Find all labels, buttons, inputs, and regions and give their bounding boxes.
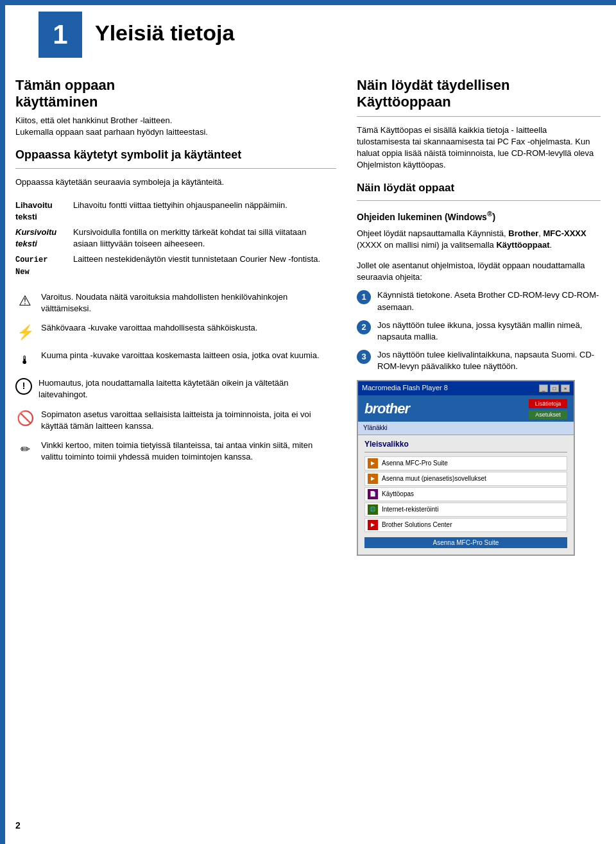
left-column: Tämän oppaankäyttäminen Kiitos, että ole…: [15, 77, 336, 556]
menu-item-label-2: Asenna muut (pienasetis)sovellukset: [382, 474, 486, 483]
section-subtitle-symbols: Oppaassa käytetyt symbolit ja käytänteet: [15, 147, 336, 163]
page-number: 2: [15, 820, 21, 832]
menu-item-3[interactable]: 📄 Käyttöopas: [364, 487, 567, 501]
section-symbols: Oppaassa käytetyt symbolit ja käytänteet…: [15, 147, 336, 280]
step-number-1: 1: [357, 290, 371, 304]
symbol-desc-courier: Laitteen nestekidenäytön viestit tunnist…: [73, 252, 336, 280]
symbol-label-italic: Kursivoituteksti: [15, 225, 73, 252]
titlebar-buttons: _ □ ×: [539, 384, 570, 392]
menu-icon-4: 🌐: [368, 504, 378, 515]
tip-pencil-icon: ✏: [15, 440, 35, 460]
warning-item-prohibited: 🚫 Sopimaton asetus varoittaa sellaisista…: [15, 409, 336, 432]
hot-triangle-icon: 🌡: [15, 350, 35, 370]
symbol-desc-bold: Lihavoitu fontti viittaa tiettyihin ohja…: [73, 198, 336, 225]
right-column: Näin löydät täydellisenKäyttöoppaan Tämä…: [357, 77, 601, 556]
right-divider-1: [357, 116, 601, 117]
right-divider-2: [357, 200, 601, 201]
chapter-block: 1: [38, 12, 82, 58]
asetukset-button[interactable]: Asetukset: [529, 410, 567, 419]
steps-list: 1 Käynnistä tietokone. Aseta Brother CD-…: [357, 289, 601, 372]
menu-item-label-4: Internet-rekisteröinti: [382, 505, 438, 514]
step-number-2: 2: [357, 320, 371, 334]
menu-icon-2: ▶: [368, 474, 378, 484]
menu-item-label-3: Käyttöopas: [382, 490, 414, 499]
warning-item-note: ! Huomautus, jota noudattamalla laitetta…: [15, 377, 336, 400]
menu-icon-1: ▶: [368, 458, 378, 469]
warning-text-note: Huomautus, jota noudattamalla laitetta k…: [38, 377, 336, 400]
section-find-manual: Näin löydät täydellisenKäyttöoppaan Tämä…: [357, 77, 601, 171]
right-intro-find-manual: Tämä Käyttöopas ei sisällä kaikkia tieto…: [357, 125, 601, 171]
note-circle-icon: !: [15, 378, 32, 395]
screenshot-titlebar: Macromedia Flash Player 8 _ □ ×: [358, 381, 574, 395]
table-row: Kursivoituteksti Kursivoidulla fontilla …: [15, 225, 336, 252]
menu-item-1[interactable]: ▶ Asenna MFC-Pro Suite: [364, 456, 567, 470]
screenshot-body: Yleisvalikko ▶ Asenna MFC-Pro Suite ▶ As…: [358, 435, 574, 555]
symbols-table: Lihavoituteksti Lihavoitu fontti viittaa…: [15, 198, 336, 280]
menu-icon-3: 📄: [368, 489, 378, 499]
screenshot-section-title: Yleisvalikko: [364, 439, 567, 452]
menu-item-2[interactable]: ▶ Asenna muut (pienasetis)sovellukset: [364, 472, 567, 486]
right-subtitle-find-guides: Näin löydät oppaat: [357, 180, 601, 196]
side-accent-bar: [0, 0, 5, 844]
menu-icon-5: ▶: [368, 520, 378, 530]
minimize-button[interactable]: _: [539, 384, 548, 392]
step-text-1: Käynnistä tietokone. Aseta Brother CD-RO…: [377, 289, 601, 313]
step-number-3: 3: [357, 350, 371, 364]
warning-triangle-icon: ⚠: [15, 292, 35, 311]
menu-item-label-1: Asenna MFC-Pro Suite: [382, 459, 448, 468]
brother-logo: brother: [364, 399, 409, 419]
menu-item-4[interactable]: 🌐 Internet-rekisteröinti: [364, 503, 567, 517]
section-title-guide-usage: Tämän oppaankäyttäminen: [15, 77, 336, 111]
warning-item-hot: 🌡 Kuuma pinta -kuvake varoittaa koskemas…: [15, 350, 336, 370]
screenshot-mockup: Macromedia Flash Player 8 _ □ × brother …: [357, 380, 575, 555]
right-title-find-manual: Näin löydät täydellisenKäyttöoppaan: [357, 77, 601, 111]
warning-text-prohibited: Sopimaton asetus varoittaa sellaisista l…: [41, 409, 336, 432]
maximize-button[interactable]: □: [550, 384, 559, 392]
screenshot-nav: Ylänäkki: [358, 422, 574, 435]
main-content: Tämän oppaankäyttäminen Kiitos, että ole…: [15, 77, 601, 556]
table-row: CourierNew Laitteen nestekidenäytön vies…: [15, 252, 336, 280]
step-text-3: Jos näyttöön tulee kielivalintaikkuna, n…: [377, 349, 601, 372]
section-guide-usage: Tämän oppaankäyttäminen Kiitos, että ole…: [15, 77, 336, 138]
electric-triangle-icon: ⚡: [15, 323, 35, 342]
section-find-guides: Näin löydät oppaat Ohjeiden lukeminen (W…: [357, 180, 601, 556]
warning-list: ⚠ Varoitus. Noudata näitä varoituksia ma…: [15, 291, 336, 463]
step-item-2: 2 Jos näyttöön tulee ikkuna, jossa kysyt…: [357, 320, 601, 343]
intro-text-1: Kiitos, että olet hankkinut Brother -lai…: [15, 115, 336, 138]
lisatietoja-button[interactable]: Lisätietoja: [529, 399, 567, 408]
symbol-desc-italic: Kursivoidulla fontilla on merkitty tärke…: [73, 225, 336, 252]
screenshot-header-buttons: Lisätietoja Asetukset: [529, 399, 567, 419]
screenshot-content: brother Lisätietoja Asetukset Ylänäkki Y…: [358, 395, 574, 555]
bottom-install-button[interactable]: Asenna MFC-Pro Suite: [364, 537, 567, 548]
screenshot-header: brother Lisätietoja Asetukset: [358, 395, 574, 422]
step-text-2: Jos näyttöön tulee ikkuna, jossa kysytää…: [377, 320, 601, 343]
symbol-label-courier: CourierNew: [15, 252, 73, 280]
chapter-number: 1: [53, 21, 67, 48]
step-item-1: 1 Käynnistä tietokone. Aseta Brother CD-…: [357, 289, 601, 313]
divider-symbols: [15, 168, 336, 169]
warning-text-tip: Vinkki kertoo, miten toimia tietyissä ti…: [41, 440, 336, 463]
right-text-find-guide: Ohjeet löydät napsauttamalla Käynnistä, …: [357, 228, 601, 251]
page-title: Yleisiä tietoja: [95, 18, 234, 49]
menu-item-5[interactable]: ▶ Brother Solutions Center: [364, 518, 567, 532]
warning-item-electric: ⚡ Sähkövaara -kuvake varoittaa mahdollis…: [15, 322, 336, 342]
screenshot-title-text: Macromedia Flash Player 8: [362, 383, 448, 393]
step-item-3: 3 Jos näyttöön tulee kielivalintaikkuna,…: [357, 349, 601, 372]
warning-item-general: ⚠ Varoitus. Noudata näitä varoituksia ma…: [15, 291, 336, 314]
table-row: Lihavoituteksti Lihavoitu fontti viittaa…: [15, 198, 336, 225]
top-accent-bar: [0, 0, 616, 5]
symbol-label-bold: Lihavoituteksti: [15, 198, 73, 225]
prohibited-icon: 🚫: [15, 409, 35, 429]
symbols-intro: Oppaassa käytetään seuraavia symboleja j…: [15, 177, 336, 188]
close-button[interactable]: ×: [561, 384, 570, 392]
menu-item-label-5: Brother Solutions Center: [382, 521, 452, 530]
warning-text-electric: Sähkövaara -kuvake varoittaa mahdollises…: [41, 322, 336, 334]
warning-item-tip: ✏ Vinkki kertoo, miten toimia tietyissä …: [15, 440, 336, 463]
warning-text-general: Varoitus. Noudata näitä varoituksia mahd…: [41, 291, 336, 314]
warning-text-hot: Kuuma pinta -kuvake varoittaa koskemasta…: [41, 350, 336, 361]
right-text-jollet: Jollet ole asentanut ohjelmistoa, löydät…: [357, 260, 601, 283]
right-text-windows-heading: Ohjeiden lukeminen (Windows®): [357, 209, 601, 223]
